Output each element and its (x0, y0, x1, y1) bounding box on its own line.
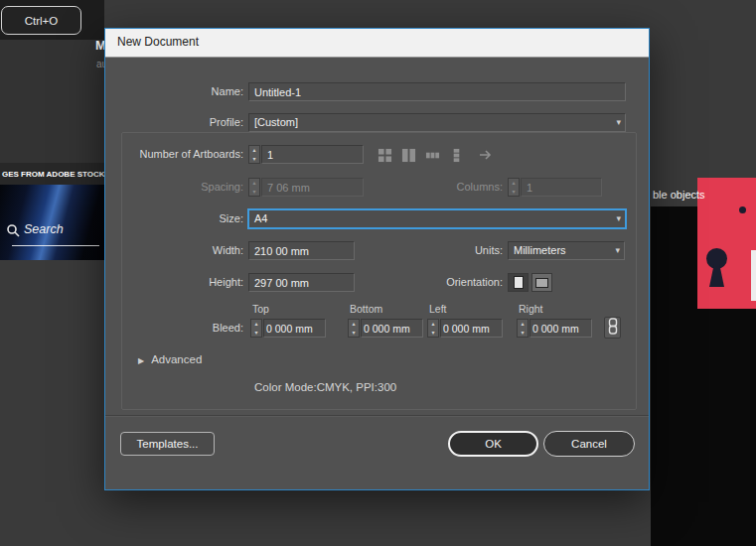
orientation-portrait-button[interactable] (508, 273, 529, 292)
name-label: Name: (105, 82, 243, 100)
width-input[interactable] (248, 241, 355, 260)
stepper-up-icon[interactable]: ▴ (428, 320, 438, 329)
stepper-up-icon[interactable]: ▴ (249, 146, 259, 155)
stepper-up-icon[interactable]: ▴ (251, 320, 261, 329)
bleed-bottom-input[interactable] (361, 319, 423, 338)
bleed-top-stepper[interactable]: ▴ ▾ (250, 319, 262, 338)
size-value: A4 (254, 212, 267, 224)
templates-button-label: Templates... (137, 438, 199, 450)
units-value: Millimeters (514, 244, 566, 256)
profile-select[interactable]: [Custom] ▾ (248, 113, 626, 132)
partial-card-title: ble objects (653, 189, 705, 201)
bleed-top-input[interactable] (263, 319, 326, 338)
triangle-right-icon: ▶ (138, 356, 144, 365)
stock-preview-image: Search (0, 185, 104, 260)
arrange-by-column-icon (446, 145, 466, 165)
chevron-down-icon: ▾ (616, 210, 621, 227)
adobe-stock-banner: GES FROM ADOBE STOCK (0, 163, 104, 185)
columns-input (521, 178, 602, 197)
orientation-label: Orientation: (364, 273, 503, 291)
stepper-down-icon[interactable]: ▾ (251, 329, 261, 338)
bleed-left-input[interactable] (440, 319, 503, 338)
orientation-landscape-button[interactable] (531, 273, 552, 292)
width-label: Width: (105, 241, 243, 259)
spacing-label: Spacing: (105, 178, 243, 196)
height-input[interactable] (248, 273, 355, 292)
stepper-down-icon: ▾ (509, 188, 519, 197)
bleed-right-header: Right (519, 303, 543, 315)
stepper-up-icon[interactable]: ▴ (349, 320, 359, 329)
bleed-bottom-stepper[interactable]: ▴ ▾ (348, 319, 360, 338)
arrange-grid-by-column-icon (398, 145, 418, 165)
background-left-panel (0, 40, 104, 163)
illustrator-window: Ctrl+O M au GES FROM ADOBE STOCK Search … (0, 0, 756, 546)
stepper-down-icon[interactable]: ▾ (428, 329, 438, 338)
open-shortcut-button[interactable]: Ctrl+O (1, 6, 81, 35)
stepper-down-icon[interactable]: ▾ (249, 155, 259, 164)
size-select[interactable]: A4 ▾ (248, 209, 626, 228)
tutorial-card[interactable] (697, 178, 756, 309)
layout-direction-arrow-icon (476, 145, 496, 165)
new-document-dialog: New Document Name: Profile: [Custom] ▾ N… (104, 28, 650, 490)
bleed-left-stepper[interactable]: ▴ ▾ (427, 319, 439, 338)
bleed-bottom-header: Bottom (350, 303, 382, 315)
stepper-down-icon[interactable]: ▾ (518, 329, 528, 338)
footer-divider (105, 415, 649, 416)
search-underline (12, 245, 99, 246)
height-label: Height: (105, 273, 243, 291)
templates-button[interactable]: Templates... (120, 432, 215, 456)
columns-stepper: ▴ ▾ (508, 178, 520, 197)
name-input[interactable] (248, 82, 626, 101)
artboards-stepper[interactable]: ▴ ▾ (248, 145, 260, 164)
document-settings-groupbox (121, 132, 637, 410)
search-input[interactable]: Search (24, 222, 64, 236)
landscape-page-icon (535, 278, 548, 288)
color-mode-summary: Color Mode:CMYK, PPI:300 (254, 381, 396, 393)
dialog-titlebar[interactable]: New Document (105, 29, 649, 58)
profile-label: Profile: (105, 113, 243, 131)
stepper-up-icon[interactable]: ▴ (518, 320, 528, 329)
card-sliver-decoration (751, 250, 756, 301)
chevron-down-icon: ▾ (616, 114, 621, 131)
ok-button-label: OK (485, 438, 502, 450)
stepper-down-icon: ▾ (249, 188, 259, 197)
bleed-label: Bleed: (105, 319, 243, 337)
bleed-right-stepper[interactable]: ▴ ▾ (517, 319, 529, 338)
open-shortcut-label: Ctrl+O (25, 15, 59, 27)
dialog-title: New Document (117, 29, 199, 56)
cancel-button-label: Cancel (571, 438, 607, 450)
spacing-input (261, 178, 364, 197)
search-icon (6, 223, 20, 241)
chain-link-icon (607, 318, 619, 339)
stepper-down-icon[interactable]: ▾ (349, 329, 359, 338)
arrange-grid-by-row-icon (375, 145, 394, 165)
bleed-top-header: Top (252, 303, 269, 315)
artboards-input[interactable] (261, 145, 364, 164)
arrange-by-row-icon (422, 145, 442, 165)
columns-label: Columns: (364, 178, 503, 196)
cancel-button[interactable]: Cancel (543, 431, 635, 457)
chevron-down-icon: ▾ (615, 242, 620, 259)
bleed-link-button[interactable] (604, 317, 621, 339)
spacing-stepper: ▴ ▾ (248, 178, 260, 197)
advanced-label: Advanced (151, 353, 202, 365)
bleed-right-input[interactable] (529, 319, 592, 338)
stepper-up-icon: ▴ (249, 179, 259, 188)
units-select[interactable]: Millimeters ▾ (508, 241, 625, 260)
portrait-page-icon (514, 276, 524, 289)
ok-button[interactable]: OK (448, 431, 538, 457)
profile-value: [Custom] (254, 116, 298, 128)
bleed-left-header: Left (429, 303, 447, 315)
adobe-stock-banner-label: GES FROM ADOBE STOCK (2, 170, 104, 179)
units-label: Units: (364, 241, 503, 259)
card-dot-decoration (739, 206, 746, 213)
artboards-label: Number of Artboards: (105, 145, 243, 163)
size-label: Size: (105, 209, 243, 227)
advanced-toggle[interactable]: ▶Advanced (138, 353, 202, 365)
stepper-up-icon: ▴ (509, 179, 519, 188)
